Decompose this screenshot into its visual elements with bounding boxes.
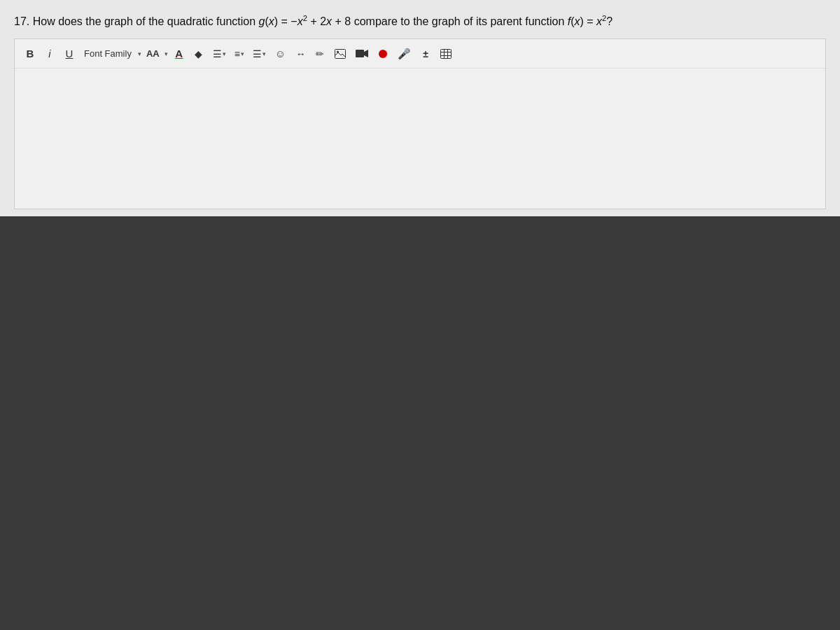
editor-body[interactable] [15,69,825,209]
font-family-label: Font Family [84,48,132,59]
bold-button[interactable]: B [22,44,38,64]
grid-button[interactable] [437,44,455,64]
edit-button[interactable]: ✏ [312,44,328,64]
list-chevron-icon: ▾ [241,50,244,57]
font-family-button[interactable]: Font Family [80,44,135,64]
video-button[interactable] [352,44,372,64]
svg-point-4 [379,50,387,58]
emoji-button[interactable]: ☺ [272,44,289,64]
svg-rect-2 [356,50,364,57]
indent-chevron-icon: ▾ [262,50,266,57]
indent-group: ☰ ▾ [250,44,269,64]
indent-button[interactable]: ☰ ▾ [250,44,269,64]
toolbar: B i U Font Family ▾ AA ▾ A ◆ ☰ ▾ [15,39,825,69]
special-chars-button[interactable]: ± [417,44,434,64]
font-color-button[interactable]: A [171,44,188,64]
align-group: ☰ ▾ [210,44,229,64]
font-size-group: ▾ AA ▾ [138,44,168,64]
record-button[interactable] [374,44,391,64]
highlight-button[interactable]: ◆ [190,44,207,64]
link-button[interactable]: ↔ [292,44,309,64]
list-icon: ≡ [234,48,240,59]
list-group: ≡ ▾ [232,44,247,64]
svg-rect-5 [441,49,451,58]
align-icon: ☰ [213,48,222,59]
question-area: 17. How does the graph of the quadratic … [0,0,840,216]
align-chevron-icon: ▾ [223,50,226,57]
align-button[interactable]: ☰ ▾ [210,44,229,64]
chevron-right-icon: ▾ [164,50,168,57]
underline-button[interactable]: U [61,44,78,64]
list-button[interactable]: ≡ ▾ [232,44,247,64]
font-size-button[interactable]: AA [143,44,163,64]
mic-button[interactable]: 🎤 [394,44,414,64]
italic-button[interactable]: i [41,44,58,64]
question-body: How does the graph of the quadratic func… [33,15,613,27]
indent-icon: ☰ [253,48,262,59]
editor-container: B i U Font Family ▾ AA ▾ A ◆ ☰ ▾ [14,38,826,209]
image-button[interactable] [331,44,349,64]
svg-marker-3 [364,50,368,57]
question-number: 17. [14,15,33,27]
chevron-left-icon: ▾ [138,50,141,57]
question-text: 17. How does the graph of the quadratic … [14,13,826,30]
